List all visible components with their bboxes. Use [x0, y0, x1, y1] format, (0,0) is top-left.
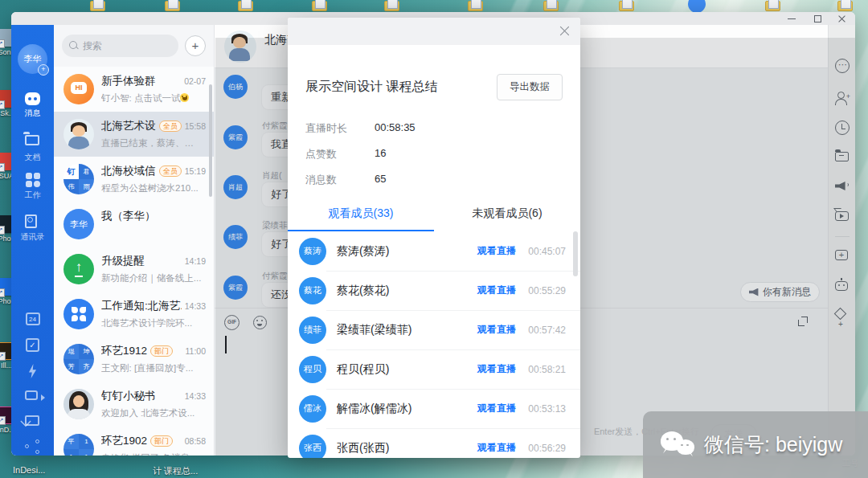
avatar[interactable]: 伯杨 [223, 75, 248, 99]
avatar[interactable] [224, 31, 256, 63]
sidebar-item-contacts[interactable]: 通讯录 [11, 214, 54, 243]
folder-icon[interactable] [312, 1, 327, 11]
announcement-icon[interactable] [835, 181, 847, 190]
sidebar-item-calendar[interactable]: 24 [11, 313, 54, 325]
close-button[interactable] [829, 12, 854, 25]
files-folder-icon[interactable] [835, 152, 849, 161]
mail-icon [25, 415, 39, 426]
watch-replay-link[interactable]: 观看直播 [477, 284, 516, 297]
watch-replay-link[interactable]: 观看直播 [477, 441, 516, 455]
member-row[interactable]: 张西 张西(张西) 观看直播 00:56:29 [288, 428, 580, 458]
history-clock-icon[interactable] [835, 121, 850, 135]
tab-unwatched-members[interactable]: 未观看成员(6) [434, 198, 580, 231]
watermark: 微信号: beiyigw [643, 411, 868, 478]
chat-item[interactable]: 琨坤芳齐 环艺1912部门11:00 王文刚: [直播回放]专... [54, 337, 214, 382]
sidebar-item-quick[interactable] [11, 364, 54, 378]
avatar [63, 119, 94, 149]
message: 肖超( 肖超 好了 [223, 172, 248, 199]
avatar: 绩菲 [299, 317, 326, 344]
sidebar-item-calls[interactable] [11, 388, 54, 405]
emoji-icon[interactable] [253, 316, 267, 329]
watch-replay-link[interactable]: 观看直播 [477, 402, 516, 415]
avatar: 琨坤芳齐 [63, 344, 94, 374]
folder-icon[interactable] [384, 1, 399, 11]
avatar [63, 389, 94, 419]
avatar: 平111 [63, 434, 94, 456]
avatar[interactable]: 绩菲 [223, 225, 248, 249]
member-row[interactable]: 程贝 程贝(程贝) 观看直播 00:58:21 [288, 349, 580, 389]
chat-item[interactable]: 工作通知:北海艺...14:33 北海艺术设计学院环... [54, 292, 214, 337]
member-row[interactable]: 绩菲 梁绩菲(梁绩菲) 观看直播 00:57:42 [288, 310, 580, 349]
avatar[interactable]: 李华 [18, 44, 47, 74]
folder-icon[interactable] [543, 1, 559, 11]
cloud-app-icon[interactable] [688, 0, 706, 13]
folder-icon[interactable] [468, 1, 483, 11]
video-call-icon [25, 390, 38, 400]
tab-watched-members[interactable]: 观看成员(33) [288, 198, 434, 231]
chat-item[interactable]: ↑ 升级提醒14:19 新功能介绍｜储备线上... [54, 247, 214, 292]
search-icon [69, 41, 79, 51]
search-input[interactable] [62, 35, 178, 57]
work-grid-icon [26, 173, 40, 187]
export-data-button[interactable]: 导出数据 [497, 74, 563, 100]
avatar[interactable]: 肖超 [223, 175, 248, 199]
badge-everyone: 全员 [159, 121, 182, 132]
chat-item[interactable]: 钉君伟雨 北海校域信...全员15:19 程垕为公益树浇水210... [54, 157, 214, 202]
folder-icon[interactable] [165, 1, 180, 11]
chat-item[interactable]: 钉钉小秘书14:33 欢迎加入 北海艺术设... [54, 382, 214, 427]
badge-everyone: 全员 [159, 165, 182, 177]
member-row[interactable]: 蔡花 蔡花(蔡花) 观看直播 00:55:29 [288, 271, 580, 310]
sidebar-item-docs[interactable]: 文档 [11, 132, 54, 163]
close-icon[interactable] [559, 25, 571, 37]
avatar[interactable]: 紫霞 [223, 125, 248, 149]
chat-list-panel: + HI 新手体验群02-07 钉小智: 点击试一试 北海艺术设...全员15:… [54, 25, 215, 456]
search-field[interactable] [83, 40, 171, 51]
folder-icon[interactable] [765, 1, 780, 11]
minimize-button[interactable] [780, 12, 804, 25]
cube-add-icon[interactable]: + [834, 308, 847, 321]
add-plugin-icon[interactable]: + [835, 250, 848, 260]
avatar: 李华 [63, 209, 94, 239]
live-video-icon[interactable] [835, 211, 849, 221]
scrollbar[interactable] [209, 84, 212, 197]
lightning-icon [28, 364, 38, 378]
chat-item[interactable]: 平111 环艺1902部门08:58 袁艳华 撤回了 条消息 [54, 427, 214, 456]
expand-icon[interactable] [798, 317, 808, 326]
new-message-pill[interactable]: 你有新消息 [740, 282, 820, 302]
scrollbar[interactable] [573, 231, 578, 276]
add-button[interactable]: + [185, 35, 206, 56]
folder-icon[interactable] [837, 1, 853, 11]
watch-replay-link[interactable]: 观看直播 [477, 244, 516, 258]
chat-item[interactable]: 李华 我（李华） [54, 202, 214, 247]
sidebar-item-mail[interactable] [11, 414, 54, 430]
watch-replay-link[interactable]: 观看直播 [477, 362, 516, 376]
member-row[interactable]: 儒冰 解儒冰(解儒冰) 观看直播 00:53:13 [288, 389, 580, 428]
more-circle-icon[interactable]: ⋯ [835, 59, 850, 73]
avatar: 儒冰 [299, 395, 326, 423]
robot-assistant-icon[interactable] [835, 281, 848, 291]
chat-item-selected[interactable]: 北海艺术设...全员15:58 直播已结束，蔡涛、… [54, 112, 214, 157]
add-member-icon[interactable]: + [835, 91, 850, 105]
chat-icon [25, 92, 40, 105]
folder-icon[interactable] [90, 1, 105, 11]
folder-icon[interactable] [238, 1, 253, 11]
sidebar-item-messages[interactable]: 消息 [11, 92, 54, 119]
gif-icon[interactable]: GIF [224, 315, 240, 330]
right-toolbar: ⋯ + + + [828, 25, 855, 456]
member-row[interactable]: 蔡涛 蔡涛(蔡涛) 观看直播 00:45:07 [288, 231, 580, 271]
sidebar-item-share[interactable] [11, 439, 54, 454]
chat-item[interactable]: HI 新手体验群02-07 钉小智: 点击试一试 [54, 67, 214, 112]
desktop-shortcut-label[interactable]: InDesi... [13, 465, 45, 475]
desktop: Son.. Sk.. SUA Pho.. Pho.. Ill... InD...… [0, 0, 868, 478]
message: 伯杨 重新 [223, 75, 248, 99]
desktop-shortcut-label[interactable]: 计 课程总... [153, 465, 198, 477]
maximize-button[interactable] [805, 12, 829, 25]
folder-icon[interactable] [619, 1, 634, 11]
member-tabs: 观看成员(33) 未观看成员(6) [288, 198, 580, 231]
sidebar-item-todo[interactable]: ✓ [11, 338, 54, 352]
modal-title: 展示空间设计 课程总结 [305, 79, 437, 96]
avatar[interactable]: 紫霞 [223, 276, 248, 300]
sidebar-item-work[interactable]: 工作 [11, 173, 54, 201]
watch-replay-link[interactable]: 观看直播 [477, 323, 516, 337]
contacts-icon [25, 214, 37, 228]
